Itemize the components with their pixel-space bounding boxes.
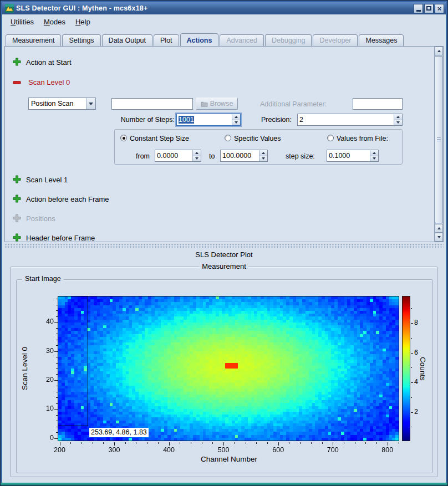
expand-plus-icon[interactable]	[13, 58, 21, 66]
minimize-button[interactable]	[414, 4, 423, 13]
to-value[interactable]: 100.0000	[221, 150, 259, 161]
from-value[interactable]: 0.0000	[155, 150, 192, 161]
spin-up-button[interactable]	[370, 150, 378, 156]
from-spinbox[interactable]: 0.0000	[155, 150, 201, 162]
colorbar-tick-label: 4	[414, 378, 429, 386]
spin-up-button[interactable]	[259, 150, 267, 156]
close-button[interactable]: ×	[435, 4, 444, 13]
scan-level-1-label[interactable]: Scan Level 1	[26, 176, 68, 184]
action-at-start-label[interactable]: Action at Start	[26, 58, 72, 66]
y-tick-label: 30	[32, 347, 54, 355]
window-border-bottom	[1, 483, 447, 485]
x-minor-tick	[70, 442, 71, 444]
combo-button[interactable]	[86, 98, 95, 109]
spin-up-button[interactable]	[232, 114, 240, 120]
spin-down-button[interactable]	[259, 156, 267, 162]
radio-values-from-file[interactable]	[327, 135, 334, 141]
scan-script-input[interactable]	[111, 98, 193, 110]
scan-mode-value: Position Scan	[29, 98, 86, 109]
colorbar-minor-tick	[411, 308, 412, 309]
x-major-tick	[114, 442, 115, 446]
scan-mode-select[interactable]: Position Scan	[28, 98, 96, 110]
radio-specific-values[interactable]	[225, 135, 231, 141]
x-major-tick	[60, 442, 60, 446]
tab-data-output[interactable]: Data Output	[102, 34, 152, 46]
precision-value[interactable]: 2	[298, 114, 394, 125]
start-image-group-title: Start Image	[22, 275, 64, 283]
menu-modes[interactable]: Modes	[39, 16, 70, 28]
menu-utilities[interactable]: Utilities	[6, 16, 39, 28]
number-of-steps-value[interactable]: 1001	[177, 114, 232, 125]
x-tick-label: 700	[321, 446, 344, 454]
spin-buttons[interactable]	[259, 150, 267, 161]
y-minor-tick	[56, 403, 58, 404]
expand-plus-icon[interactable]	[13, 233, 21, 242]
vertical-scrollbar[interactable]	[434, 47, 443, 242]
y-minor-tick	[56, 415, 58, 416]
tab-messages[interactable]: Messages	[359, 34, 404, 46]
spin-up-button[interactable]	[394, 114, 402, 120]
specific-values-label: Specific Values	[234, 135, 281, 142]
radio-constant-step-size[interactable]	[120, 135, 127, 141]
collapse-minus-icon[interactable]	[13, 78, 21, 86]
menu-help[interactable]: Help	[70, 16, 95, 28]
y-major-tick	[54, 380, 58, 381]
constant-step-size-label: Constant Step Size	[130, 135, 189, 142]
tab-settings[interactable]: Settings	[62, 34, 100, 46]
colorbar-tick-label: 8	[414, 319, 429, 326]
header-before-frame-label[interactable]: Header before Frame	[26, 234, 95, 242]
tab-actions[interactable]: Actions	[180, 33, 219, 46]
y-major-tick	[54, 322, 58, 323]
measurement-groupbox: Measurement Start Image Scan Level 0 Cha…	[10, 267, 438, 477]
spin-down-button[interactable]	[370, 156, 378, 162]
x-minor-tick	[256, 442, 257, 444]
step-size-label: step size:	[286, 152, 315, 160]
to-spinbox[interactable]: 100.0000	[220, 150, 268, 162]
scan-level-0-label[interactable]: Scan Level 0	[28, 78, 70, 86]
spin-down-button[interactable]	[394, 120, 402, 126]
spin-buttons[interactable]	[394, 114, 402, 125]
title-bar[interactable]: SLS Detector GUI : Mythen - mcs6x18+ ×	[2, 2, 446, 14]
scroll-down-button[interactable]	[435, 233, 443, 242]
step-size-spinbox[interactable]: 0.1000	[327, 150, 379, 162]
spin-down-button[interactable]	[232, 120, 240, 126]
maximize-button[interactable]	[424, 4, 434, 13]
y-axis-label: Scan Level 0	[21, 324, 29, 413]
splitter-handle[interactable]	[4, 243, 444, 248]
y-minor-tick	[56, 432, 58, 433]
down-arrow-icon	[195, 157, 198, 160]
expand-plus-icon[interactable]	[13, 195, 21, 203]
scroll-up-button-secondary[interactable]	[435, 224, 443, 233]
x-major-tick	[223, 442, 224, 446]
heatmap-plot[interactable]: Scan Level 0 Channel Number Counts 253.6…	[17, 282, 432, 472]
colorbar-tick	[411, 323, 413, 324]
heatmap-canvas[interactable]	[58, 296, 399, 441]
x-axis-label: Channel Number	[58, 455, 400, 463]
scroll-up-button[interactable]	[435, 47, 443, 55]
tab-advanced: Advanced	[220, 34, 264, 46]
tab-plot[interactable]: Plot	[154, 34, 179, 46]
expand-plus-icon[interactable]	[13, 175, 21, 183]
spin-buttons[interactable]	[370, 150, 378, 161]
spin-buttons[interactable]	[192, 150, 201, 161]
additional-parameter-input[interactable]	[353, 98, 403, 110]
spin-down-button[interactable]	[193, 156, 201, 162]
step-size-value[interactable]: 0.1000	[327, 150, 370, 161]
x-minor-tick	[125, 442, 126, 444]
x-minor-tick	[246, 442, 246, 444]
up-arrow-icon	[396, 116, 400, 118]
tab-measurement[interactable]: Measurement	[6, 34, 61, 46]
tab-bar: MeasurementSettingsData OutputPlotAction…	[6, 33, 442, 46]
x-minor-tick	[300, 442, 301, 444]
x-minor-tick	[355, 442, 355, 444]
x-minor-tick	[82, 442, 82, 444]
x-major-tick	[333, 442, 333, 446]
number-of-steps-spinbox[interactable]: 1001	[176, 114, 241, 126]
spin-up-button[interactable]	[193, 150, 201, 156]
action-before-frame-label[interactable]: Action before each Frame	[26, 195, 109, 203]
y-minor-tick	[56, 299, 58, 299]
app-window: SLS Detector GUI : Mythen - mcs6x18+ × U…	[0, 0, 448, 486]
scrollbar-thumb[interactable]	[435, 56, 443, 223]
spin-buttons[interactable]	[232, 114, 240, 125]
precision-spinbox[interactable]: 2	[297, 114, 403, 126]
